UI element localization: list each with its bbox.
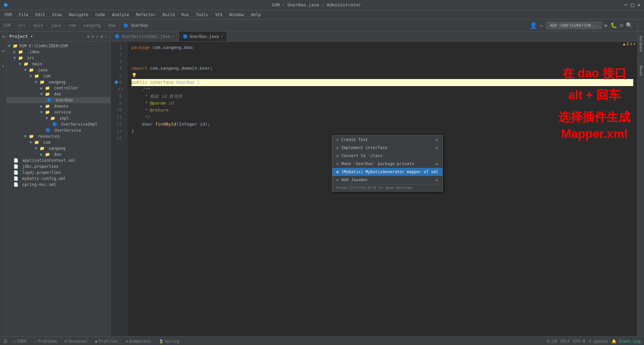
tree-src[interactable]: ▼ 📁 src: [7, 55, 110, 61]
structure-side-tab[interactable]: S: [0, 47, 6, 55]
context-menu: ⊞ Create Test ▶ ⊞ Implement interface ▶ …: [332, 135, 443, 192]
encoding[interactable]: UTF-8: [573, 339, 585, 344]
menu-ssm[interactable]: SSM: [2, 12, 14, 18]
tab-userdao[interactable]: 🔵 UserDao.java ✕: [179, 31, 227, 41]
breadcrumb-ssm: SSM: [3, 23, 11, 28]
line-ending[interactable]: CRLF: [560, 339, 570, 344]
tab-userserviceimpl-close[interactable]: ✕: [172, 34, 174, 38]
tree-com[interactable]: ▼ 📁 com: [7, 73, 110, 79]
panel-locate-icon[interactable]: ⊕: [87, 34, 90, 39]
tree-log4j[interactable]: 📄 log4j.properties: [7, 169, 110, 176]
tree-impl[interactable]: ▼ 📁 impl: [7, 115, 110, 121]
back-icon[interactable]: ←: [540, 22, 543, 29]
menu-build[interactable]: Build: [160, 12, 177, 18]
tree-controller-label: controller: [51, 86, 78, 90]
line7-fold: ▼: [118, 87, 120, 92]
tab-userserviceimpl-label: UserServiceImpl.java: [122, 34, 170, 39]
cmt-line9b: id: [166, 100, 173, 107]
tree-controller[interactable]: ▶ 📁 controller: [7, 85, 110, 91]
panel-close-icon[interactable]: −: [105, 34, 108, 39]
status-problems[interactable]: ⚠ Problems: [32, 339, 59, 344]
tree-appcontext[interactable]: 📄 applicationContext.xml: [7, 157, 110, 163]
right-sidebar: Database Maven: [637, 31, 644, 336]
menu-window[interactable]: Window: [227, 12, 247, 18]
search-icon[interactable]: 🔍: [626, 22, 633, 28]
ctx-create-test[interactable]: ⊞ Create Test ▶: [332, 136, 442, 144]
tree-main[interactable]: ▼ 📁 main: [7, 61, 110, 67]
panel-title: Project ▾: [9, 34, 85, 39]
tree-src-label: src: [24, 56, 34, 60]
panel-collapse-icon[interactable]: ≡: [91, 34, 94, 39]
tree-sangeng[interactable]: ▼ 📁 sangeng: [7, 79, 110, 85]
tree-resources[interactable]: ▼ 📁 resources: [7, 133, 110, 139]
tree-userserviceimpl[interactable]: 🔵 UserServiceImpl: [7, 121, 110, 127]
ctx-implement-interface[interactable]: ⊞ Implement interface ▶: [332, 144, 442, 152]
ctx-mybatis-generator[interactable]: ⊞ [Mybatis] MybatisGenerator mapper of x…: [332, 168, 442, 176]
indent[interactable]: 4 spaces: [589, 339, 608, 344]
ctx-convert-class[interactable]: ⊞ Convert to 'class': [332, 152, 442, 160]
tree-springmvc[interactable]: 📄 spring-mvc.xml: [7, 182, 110, 188]
ctx-add-javadoc[interactable]: ⊞ Add Javadoc ▶: [332, 176, 442, 184]
status-spring[interactable]: 🍃 Spring: [157, 339, 181, 344]
tree-res-sangeng[interactable]: ▼ 📁 sangeng: [7, 145, 110, 151]
menu-navigate[interactable]: Navigate: [66, 12, 91, 18]
tab-userserviceimpl-icon: 🔵: [115, 34, 120, 39]
warning-down: ∨: [633, 42, 636, 46]
breadcrumb-sep5: ›: [78, 23, 81, 28]
status-todo[interactable]: ☑ TODO: [11, 339, 29, 344]
event-log[interactable]: 🔔 Event Log: [611, 339, 641, 344]
panel-sort-icon[interactable]: ↕: [96, 34, 99, 39]
tree-userdao[interactable]: 🔵 UserDao: [7, 97, 110, 103]
settings-icon[interactable]: ⚙: [620, 22, 623, 28]
warning-triangle: ▲: [623, 42, 625, 46]
maximize-button[interactable]: □: [631, 2, 634, 8]
panel-settings-icon[interactable]: ⚙: [100, 34, 103, 39]
debug-button[interactable]: 🐛: [610, 22, 617, 28]
window-controls[interactable]: ─ □ ✕: [624, 2, 641, 8]
tree-res-dao[interactable]: ▶ 📁 dao: [7, 151, 110, 157]
tree-res-com[interactable]: ▼ 📁 com: [7, 139, 110, 145]
menu-view[interactable]: View: [50, 12, 65, 18]
run-button[interactable]: ▶: [605, 22, 608, 28]
menu-refactor[interactable]: Refactor: [133, 12, 158, 18]
tree-res-sangeng-label: sangeng: [46, 146, 65, 151]
status-endpoints[interactable]: ⊕ Endpoints: [123, 339, 153, 344]
more-icon[interactable]: ⋮: [635, 22, 641, 28]
menu-analyze[interactable]: Analyze: [109, 12, 132, 18]
status-terminal[interactable]: ⊡ Terminal: [62, 339, 90, 344]
menu-vcs[interactable]: VCS: [212, 12, 225, 18]
favorites-side-tab[interactable]: ★: [0, 61, 6, 70]
database-tab[interactable]: Database: [638, 33, 644, 55]
tree-mybatis[interactable]: 📄 mybatis-config.xml: [7, 176, 110, 182]
close-button[interactable]: ✕: [637, 2, 641, 8]
tree-jdbc[interactable]: 📄 jdbc.properties: [7, 163, 110, 169]
tab-userdao-close[interactable]: ✕: [221, 34, 223, 38]
tree-dao[interactable]: ▼ 📁 dao: [7, 91, 110, 97]
line-num-6: 🔷6: [111, 79, 124, 86]
tree-java[interactable]: ▼ 📁 java: [7, 67, 110, 73]
line-num-10: 10: [111, 107, 124, 114]
menu-edit[interactable]: Edit: [33, 12, 48, 18]
add-configuration-button[interactable]: ADD CONFIGURATION...: [546, 22, 602, 29]
ctx-make-package-private[interactable]: ⊞ Make 'UserDao' package-private ▶: [332, 160, 442, 168]
project-side-tab[interactable]: P: [0, 33, 6, 41]
status-menu-icon[interactable]: ☰: [3, 339, 8, 344]
tree-domain[interactable]: ▶ 📁 domain: [7, 103, 110, 109]
tree-service[interactable]: ▼ 📁 service: [7, 109, 110, 115]
menu-help[interactable]: Help: [248, 12, 263, 18]
menu-run[interactable]: Run: [179, 12, 192, 18]
menu-file[interactable]: File: [16, 12, 31, 18]
status-profiler[interactable]: ◉ Profiler: [93, 339, 120, 344]
minimize-button[interactable]: ─: [624, 2, 628, 8]
tree-log4j-label: log4j.properties: [20, 170, 61, 175]
menu-code[interactable]: Code: [93, 12, 108, 18]
maven-tab[interactable]: Maven: [638, 63, 644, 78]
avatar-icon[interactable]: 👤: [530, 22, 537, 29]
menu-tools[interactable]: Tools: [193, 12, 211, 18]
folder-dao-icon: ▼ 📁: [40, 92, 50, 96]
tree-userservice[interactable]: 🔵 UserService: [7, 127, 110, 133]
tree-idea[interactable]: ▶ 📁 .idea: [7, 49, 110, 55]
cmt-line8: * 根据 id 查询用: [131, 93, 182, 100]
tab-userserviceimpl[interactable]: 🔵 UserServiceImpl.java ✕: [111, 31, 179, 41]
tree-root[interactable]: ▼ 📁 SSM E:\Code\IDEA\SSM: [7, 43, 110, 49]
